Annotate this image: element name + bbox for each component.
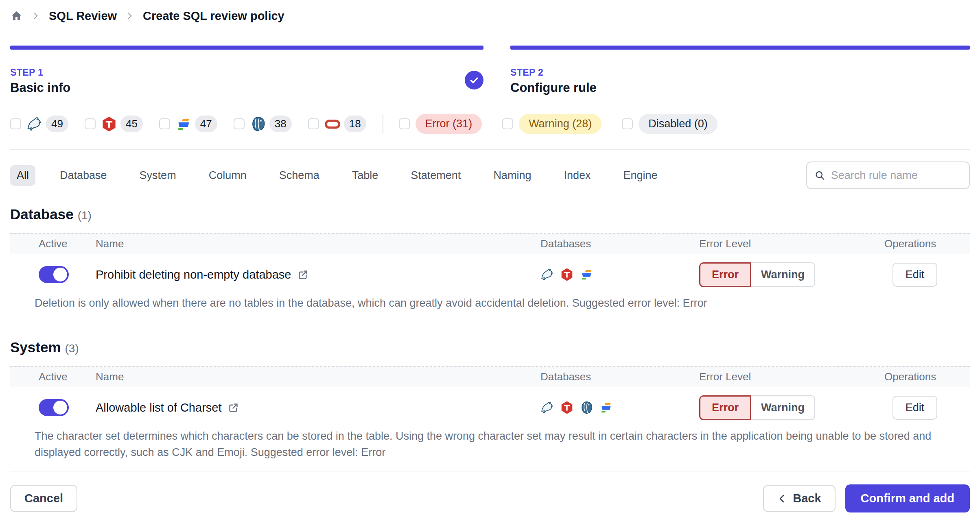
col-databases: Databases [540, 371, 699, 383]
step-2-progress-bar [510, 46, 970, 50]
filter-mysql: 49 [10, 116, 68, 132]
step-1: STEP 1 Basic info [10, 46, 483, 95]
oceanbase-icon [599, 401, 613, 414]
table-row: Prohibit deleting non-empty database Err… [10, 254, 970, 295]
tidb-filter-checkbox[interactable] [85, 118, 96, 129]
mysql-icon [540, 401, 554, 414]
col-operations: Operations [884, 371, 945, 383]
rule-description: The character set determines which chara… [10, 428, 970, 471]
col-active: Active [39, 371, 96, 383]
external-link-icon[interactable] [228, 402, 239, 413]
error-level-segmented-control: Error Warning [699, 262, 884, 287]
external-link-icon[interactable] [298, 269, 308, 280]
rule-name: Prohibit deleting non-empty database [96, 268, 291, 281]
warning-filter-checkbox[interactable] [502, 118, 513, 129]
stepper: STEP 1 Basic info STEP 2 Configure rule [10, 46, 970, 95]
error-level-error-button[interactable]: Error [699, 395, 751, 420]
step-1-progress-bar [10, 46, 483, 50]
error-level-warning-button[interactable]: Warning [751, 395, 815, 420]
error-level-segmented-control: Error Warning [699, 395, 884, 420]
oracle-filter-checkbox[interactable] [308, 118, 319, 129]
tidb-icon [560, 268, 574, 281]
rule-active-toggle[interactable] [39, 266, 69, 283]
step-1-label: STEP 1 [10, 68, 483, 77]
section-count: (3) [65, 342, 79, 355]
col-name: Name [96, 371, 540, 383]
disabled-filter-checkbox[interactable] [622, 118, 633, 129]
step-2: STEP 2 Configure rule [510, 46, 970, 95]
mysql-filter-checkbox[interactable] [10, 118, 21, 129]
section-title-text: Database [10, 206, 74, 222]
warning-count-pill[interactable]: Warning (28) [519, 114, 602, 134]
step-1-completed-check-icon [465, 71, 483, 89]
search-rule-box [806, 161, 970, 189]
chevron-right-icon [32, 12, 40, 20]
home-icon[interactable] [10, 10, 23, 22]
section-divider [10, 149, 970, 150]
chevron-right-icon [126, 12, 134, 20]
mysql-count-badge: 49 [46, 116, 68, 132]
disabled-count-pill[interactable]: Disabled (0) [639, 114, 718, 134]
table-header-row: Active Name Databases Error Level Operat… [10, 366, 970, 387]
tab-naming[interactable]: Naming [487, 165, 538, 186]
edit-button[interactable]: Edit [892, 263, 938, 287]
tab-engine[interactable]: Engine [617, 165, 664, 186]
step-2-label: STEP 2 [510, 68, 970, 77]
tab-system[interactable]: System [133, 165, 183, 186]
tab-all[interactable]: All [10, 165, 35, 186]
postgresql-count-badge: 38 [269, 116, 292, 132]
filter-divider [383, 114, 383, 134]
footer-action-bar: Cancel Back Confirm and add [10, 484, 970, 512]
tab-table[interactable]: Table [346, 165, 385, 186]
mysql-icon [540, 268, 554, 281]
section-title-system: System(3) [10, 339, 970, 355]
oceanbase-icon [580, 268, 593, 281]
edit-button[interactable]: Edit [892, 396, 938, 420]
oracle-count-badge: 18 [344, 116, 366, 132]
step-1-title: Basic info [10, 81, 483, 95]
table-row: Allowable list of Charset Error Warning … [10, 387, 970, 428]
create-sql-review-policy-page: SQL Review Create SQL review policy STEP… [0, 7, 980, 519]
filter-warning-level: Warning (28) [502, 114, 602, 134]
filter-disabled-level: Disabled (0) [622, 114, 718, 134]
rule-databases [540, 401, 699, 414]
tab-statement[interactable]: Statement [404, 165, 467, 186]
tab-index[interactable]: Index [557, 165, 597, 186]
step-2-title: Configure rule [510, 81, 970, 95]
error-count-pill[interactable]: Error (31) [416, 114, 482, 134]
postgresql-filter-checkbox[interactable] [234, 118, 245, 129]
error-level-error-button[interactable]: Error [699, 262, 751, 287]
search-icon [814, 169, 825, 181]
col-active: Active [39, 238, 96, 250]
error-level-warning-button[interactable]: Warning [751, 262, 815, 287]
filter-error-level: Error (31) [399, 114, 482, 134]
breadcrumb-sql-review[interactable]: SQL Review [49, 9, 117, 23]
cancel-button[interactable]: Cancel [10, 485, 77, 512]
section-title-text: System [10, 339, 61, 355]
col-error-level: Error Level [699, 238, 884, 250]
back-button[interactable]: Back [763, 485, 835, 512]
tab-schema[interactable]: Schema [273, 165, 326, 186]
rule-description: Deletion is only allowed when there are … [10, 295, 970, 322]
chevron-left-icon [777, 494, 787, 504]
table-header-row: Active Name Databases Error Level Operat… [10, 233, 970, 254]
section-title-database: Database(1) [10, 206, 970, 222]
col-error-level: Error Level [699, 371, 884, 383]
tab-column[interactable]: Column [202, 165, 253, 186]
rule-name: Allowable list of Charset [96, 401, 221, 414]
tidb-icon [101, 116, 117, 132]
oceanbase-filter-checkbox[interactable] [159, 118, 170, 129]
tidb-icon [560, 401, 574, 414]
rule-active-toggle[interactable] [39, 399, 69, 416]
error-filter-checkbox[interactable] [399, 118, 410, 129]
filter-bar: 49 45 47 38 18 Error (31) War [10, 114, 970, 134]
mysql-icon [26, 116, 43, 132]
back-button-label: Back [793, 492, 821, 505]
oceanbase-count-badge: 47 [195, 116, 217, 132]
search-rule-input[interactable] [831, 169, 962, 182]
confirm-and-add-button[interactable]: Confirm and add [845, 484, 970, 512]
tab-database[interactable]: Database [53, 165, 114, 186]
breadcrumb-current-page: Create SQL review policy [143, 9, 284, 23]
category-tabs: All Database System Column Schema Table … [10, 161, 970, 189]
oceanbase-icon [175, 116, 192, 132]
